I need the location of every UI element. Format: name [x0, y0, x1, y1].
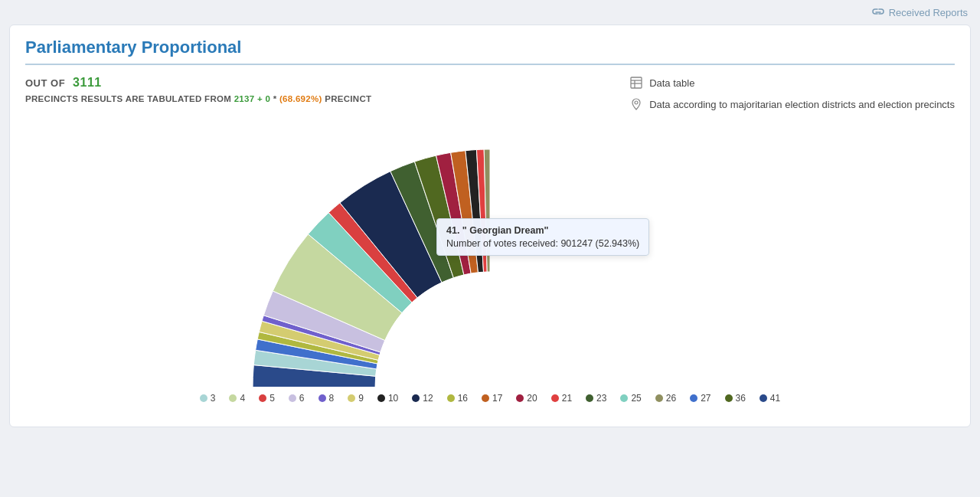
legend-label-41: 41	[770, 393, 780, 404]
legend-item-10: 10	[377, 393, 398, 404]
legend-item-16: 16	[447, 393, 468, 404]
legend-label-25: 25	[631, 393, 641, 404]
legend-dot-20	[516, 394, 524, 402]
legend-dot-27	[690, 394, 697, 402]
precincts-prefix: PRECINCTS RESULTS ARE TABULATED FROM	[25, 94, 231, 103]
out-of-row: OUT OF 3111	[25, 76, 371, 90]
out-of-label: OUT OF	[25, 77, 65, 89]
legend-label-20: 20	[527, 393, 537, 404]
data-districts-link[interactable]: Data according to majoritarian election …	[629, 97, 955, 111]
precincts-star: *	[273, 94, 277, 103]
legend-dot-8	[318, 394, 326, 402]
legend-dot-23	[586, 394, 593, 402]
legend-dot-21	[551, 394, 559, 402]
legend-item-6: 6	[289, 393, 305, 404]
precincts-row: PRECINCTS RESULTS ARE TABULATED FROM 213…	[25, 94, 371, 103]
main-card: Parliamentary Proportional OUT OF 3111 P…	[9, 25, 971, 427]
legend-label-21: 21	[562, 393, 572, 404]
precincts-value: 2137 + 0	[234, 94, 271, 103]
legend-label-17: 17	[492, 393, 502, 404]
legend-label-10: 10	[388, 393, 398, 404]
legend-label-27: 27	[701, 393, 710, 404]
data-table-link[interactable]: Data table	[629, 76, 694, 90]
legend-label-26: 26	[666, 393, 676, 404]
svg-rect-0	[631, 77, 642, 88]
legend-dot-6	[289, 394, 296, 402]
precincts-suffix: PRECINCT	[325, 94, 371, 103]
legend-dot-16	[447, 394, 455, 402]
legend-label-6: 6	[299, 393, 305, 404]
legend-item-23: 23	[586, 393, 606, 404]
out-of-value: 3111	[73, 76, 102, 90]
legend-dot-9	[348, 394, 355, 402]
legend-item-9: 9	[348, 393, 364, 404]
legend-item-25: 25	[620, 393, 641, 404]
received-reports-label: Received Reports	[889, 7, 968, 18]
legend-label-36: 36	[736, 393, 746, 404]
stats-left: OUT OF 3111 PRECINCTS RESULTS ARE TABULA…	[25, 76, 371, 103]
received-reports-link[interactable]: Received Reports	[872, 6, 968, 18]
legend-item-20: 20	[516, 393, 537, 404]
legend-dot-12	[412, 394, 420, 402]
legend-label-9: 9	[358, 393, 364, 404]
legend-item-4: 4	[229, 393, 245, 404]
legend-item-36: 36	[725, 393, 746, 404]
legend-dot-26	[655, 394, 663, 402]
chart-area: 41. " Georgian Dream" Number of votes re…	[25, 119, 955, 417]
legend-dot-25	[620, 394, 628, 402]
data-districts-label: Data according to majoritarian election …	[649, 99, 955, 110]
stats-right: Data table Data according to majoritaria…	[629, 76, 955, 111]
legend-item-27: 27	[690, 393, 710, 404]
legend-dot-17	[482, 394, 489, 402]
legend-item-5: 5	[259, 393, 275, 404]
legend-dot-5	[259, 394, 266, 402]
legend-label-4: 4	[240, 393, 245, 404]
legend-dot-41	[760, 394, 767, 402]
legend-dot-3	[200, 394, 207, 402]
legend-row: 345689101216172021232526273641	[200, 393, 780, 404]
link-icon	[872, 6, 884, 18]
donut-chart: 41. " Georgian Dream" Number of votes re…	[199, 126, 781, 387]
table-icon	[629, 76, 643, 90]
location-icon	[629, 97, 643, 111]
data-table-label: Data table	[649, 77, 694, 89]
precincts-pct: (68.692%)	[279, 94, 322, 103]
legend-item-8: 8	[318, 393, 335, 404]
page-title: Parliamentary Proportional	[25, 38, 955, 65]
legend-label-5: 5	[270, 393, 275, 404]
legend-dot-4	[229, 394, 237, 402]
stats-row: OUT OF 3111 PRECINCTS RESULTS ARE TABULA…	[25, 76, 955, 111]
legend-dot-10	[377, 394, 385, 402]
legend-label-12: 12	[423, 393, 433, 404]
pie-svg	[199, 126, 781, 387]
legend-item-12: 12	[412, 393, 433, 404]
legend-item-21: 21	[551, 393, 572, 404]
legend-item-26: 26	[655, 393, 676, 404]
legend-item-3: 3	[200, 393, 216, 404]
legend-item-17: 17	[482, 393, 502, 404]
top-bar: Received Reports	[0, 0, 980, 25]
legend-label-23: 23	[596, 393, 606, 404]
legend-item-41: 41	[760, 393, 780, 404]
legend-dot-36	[725, 394, 733, 402]
legend-label-8: 8	[329, 393, 335, 404]
legend-label-16: 16	[458, 393, 468, 404]
legend-label-3: 3	[211, 393, 216, 404]
